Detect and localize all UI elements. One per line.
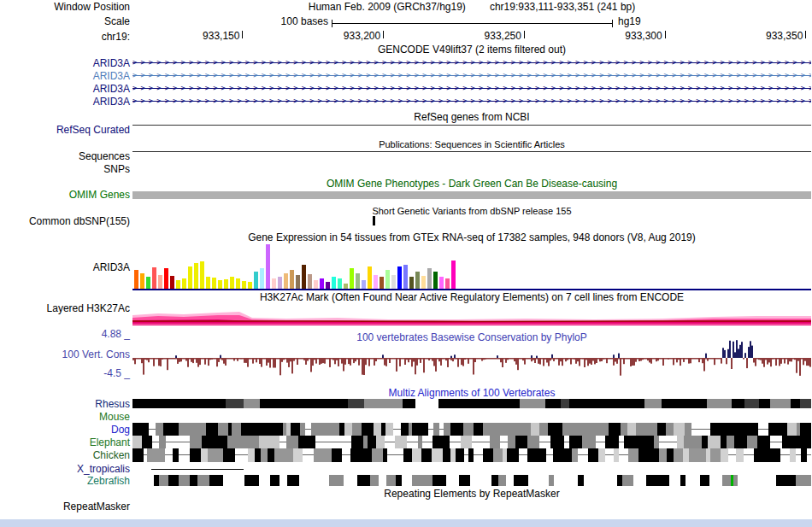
species-label-chicken[interactable]: Chicken <box>93 449 130 461</box>
species-label-elephant[interactable]: Elephant <box>90 436 130 448</box>
conservation-max-label: 4.88 _ <box>102 328 130 340</box>
alignment-block <box>734 436 748 448</box>
dbsnp-variant[interactable] <box>373 216 375 225</box>
alignment-block <box>768 423 779 436</box>
gtex-tissue-bar <box>368 266 372 289</box>
gene-label-arid3a-1[interactable]: ARID3A <box>93 57 130 69</box>
alignment-block <box>732 399 745 408</box>
alignment-block <box>468 448 474 462</box>
alignment-row-x_tropicalis[interactable] <box>132 464 811 473</box>
refseq-curated-label[interactable]: RefSeq Curated <box>56 124 130 136</box>
alignment-block <box>582 436 596 448</box>
alignment-row-mouse[interactable] <box>132 413 811 420</box>
alignment-block <box>132 423 143 436</box>
gtex-tissue-bar <box>362 280 366 289</box>
layered-h3k27ac-label[interactable]: Layered H3K27Ac <box>47 302 130 314</box>
species-label-x_tropicalis[interactable]: X_tropicalis <box>77 463 130 475</box>
species-label-rhesus[interactable]: Rhesus <box>95 398 130 410</box>
alignment-block <box>445 436 450 448</box>
gene-label-arid3a-2[interactable]: ARID3A <box>93 70 130 82</box>
alignment-block <box>173 448 179 462</box>
alignment-block <box>550 436 564 448</box>
alignment-block <box>496 423 509 436</box>
species-label-zebrafish[interactable]: Zebrafish <box>87 475 130 487</box>
alignment-row-chicken[interactable] <box>132 448 811 462</box>
alignment-row-dog[interactable] <box>132 423 811 436</box>
refseq-empty-track-line[interactable] <box>132 125 811 126</box>
gene-model-arid3a-1[interactable]: >>>>>>>>>>>>>>>>>>>>>>>>>>>>>>>>>>>>>>>>… <box>132 56 811 69</box>
gtex-gene-label[interactable]: ARID3A <box>93 261 130 273</box>
h3k27ac-signal[interactable] <box>132 303 811 325</box>
alignment-block <box>329 475 344 486</box>
gtex-tissue-bar <box>248 282 252 289</box>
strand-arrows: >>>>>>>>>>>>>>>>>>>>>>>>>>>>>>>>>>>>>>>>… <box>132 56 811 69</box>
alignment-block <box>562 423 573 436</box>
species-label-dog[interactable]: Dog <box>111 424 130 436</box>
gtex-tissue-bar <box>308 274 312 289</box>
gtex-bar-chart[interactable] <box>132 244 811 289</box>
gtex-tissue-bar <box>380 277 384 289</box>
gene-label-arid3a-4[interactable]: ARID3A <box>93 96 130 108</box>
alignment-block <box>710 423 723 436</box>
sequences-label[interactable]: Sequences <box>79 150 130 162</box>
species-label-mouse[interactable]: Mouse <box>99 411 130 423</box>
alignment-block <box>787 436 800 448</box>
gtex-tissue-bar <box>188 266 192 289</box>
alignment-block <box>451 399 475 408</box>
alignment-block <box>554 423 562 436</box>
alignment-row-elephant[interactable] <box>132 436 811 448</box>
ruler-tick-mark <box>805 31 806 38</box>
alignment-block <box>757 436 770 448</box>
conservation-track-label[interactable]: 100 Vert. Cons <box>62 348 130 360</box>
phylop-histogram[interactable] <box>132 338 811 376</box>
alignment-block <box>744 399 760 408</box>
gene-model-arid3a-3[interactable]: >>>>>>>>>>>>>>>>>>>>>>>>>>>>>>>>>>>>>>>>… <box>132 82 811 95</box>
gene-model-arid3a-4[interactable]: >>>>>>>>>>>>>>>>>>>>>>>>>>>>>>>>>>>>>>>>… <box>132 95 811 108</box>
gene-model-arid3a-2[interactable]: >>>>>>>>>>>>>>>>>>>>>>>>>>>>>>>>>>>>>>>>… <box>132 69 811 82</box>
strand-arrows: >>>>>>>>>>>>>>>>>>>>>>>>>>>>>>>>>>>>>>>>… <box>132 95 811 108</box>
publications-empty-track-line[interactable] <box>132 151 811 152</box>
alignment-block <box>403 399 415 408</box>
alignment-block <box>587 399 601 408</box>
gtex-tissue-bar <box>320 278 324 289</box>
alignment-block <box>545 399 562 408</box>
alignment-block <box>759 399 770 408</box>
alignment-block <box>147 448 156 462</box>
alignment-row-rhesus[interactable] <box>132 399 811 408</box>
alignment-block <box>600 399 624 408</box>
alignment-block <box>677 436 684 448</box>
alignment-block <box>292 399 309 408</box>
alignment-block <box>383 448 387 462</box>
alignment-block <box>227 436 238 448</box>
alignment-block <box>483 448 493 462</box>
scale-bar-tick-right <box>612 20 613 27</box>
repeatmasker-label[interactable]: RepeatMasker <box>63 501 130 512</box>
common-dbsnp-label[interactable]: Common dbSNP(155) <box>29 215 130 227</box>
gtex-tissue-bar <box>140 273 144 289</box>
ucsc-genome-browser: Window Position Human Feb. 2009 (GRCh37/… <box>0 0 812 527</box>
alignment-block <box>623 399 644 408</box>
alignment-block <box>142 436 152 448</box>
snps-label[interactable]: SNPs <box>103 163 130 175</box>
alignment-block <box>247 436 259 448</box>
chrom-label: chr19: <box>102 31 130 43</box>
window-position-label: Window Position <box>54 1 130 13</box>
alignment-block <box>163 423 174 436</box>
gtex-tissue-bar <box>302 265 306 289</box>
alignment-block <box>721 436 727 448</box>
omim-genes-label[interactable]: OMIM Genes <box>69 189 130 201</box>
alignment-block <box>327 399 348 408</box>
alignment-block <box>624 436 638 448</box>
omim-genes-bar[interactable] <box>132 191 811 199</box>
alignment-block <box>680 475 685 486</box>
gene-label-arid3a-3[interactable]: ARID3A <box>93 83 130 95</box>
alignment-row-zebrafish[interactable] <box>132 475 811 486</box>
ruler-tick-label: 933,300 <box>625 31 662 42</box>
alignment-block <box>412 423 421 436</box>
gtex-tissue-bar <box>374 275 378 289</box>
alignment-block <box>572 448 578 462</box>
h3k27ac-header: H3K27Ac Mark (Often Found Near Active Re… <box>132 292 811 303</box>
alignment-block <box>800 423 809 436</box>
alignment-block <box>710 448 721 462</box>
ruler-tick-label: 933,150 <box>203 31 239 42</box>
